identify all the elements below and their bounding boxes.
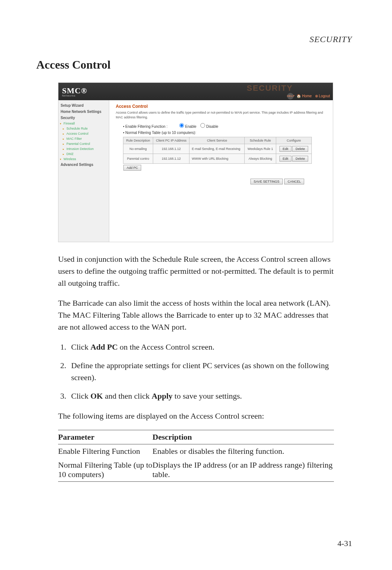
- param-desc: Enables or disables the filtering functi…: [152, 444, 334, 459]
- page-number: 4-31: [338, 539, 352, 548]
- disable-radio-label: Disable: [206, 125, 218, 129]
- enable-label: Enable Filtering Function :: [125, 125, 167, 129]
- th-schedule: Schedule Rule: [245, 137, 276, 144]
- app-header: SMC® Networks SECURITY HELP 🏠 Home ⊗ Log…: [58, 83, 333, 100]
- th-client-service: Client Service: [189, 137, 245, 144]
- edit-button[interactable]: Edit: [279, 146, 292, 152]
- enable-row: • Enable Filtering Function : Enable Dis…: [123, 123, 326, 129]
- cell-service: WWW with URL Blocking: [189, 154, 245, 164]
- sidebar-item-schedule-rule[interactable]: Schedule Rule: [58, 126, 109, 131]
- cell-schedule: Always Blocking: [245, 154, 276, 164]
- embedded-screenshot: SMC® Networks SECURITY HELP 🏠 Home ⊗ Log…: [58, 82, 333, 242]
- param-desc: Displays the IP address (or an IP addres…: [152, 458, 334, 482]
- sidebar-item-firewall[interactable]: Firewall: [58, 121, 109, 126]
- param-name: Normal Filtering Table (up to 10 compute…: [58, 458, 152, 482]
- step-3: Click OK and then click Apply to save yo…: [68, 390, 334, 402]
- content-panel: Access Control Access Control allows use…: [109, 100, 333, 242]
- cell-schedule: Weekdays Rule 1: [245, 144, 276, 154]
- sidebar-item-setup-wizard[interactable]: Setup Wizard: [58, 102, 109, 109]
- param-name: Enable Filtering Function: [58, 444, 152, 459]
- page-title: Access Control: [36, 58, 356, 72]
- step-2: Define the appropriate settings for clie…: [68, 359, 334, 383]
- sidebar-item-advanced[interactable]: Advanced Settings: [58, 162, 109, 168]
- panel-description: Access Control allows users to define th…: [116, 110, 326, 119]
- sidebar-item-intrusion[interactable]: Intrusion Detection: [58, 146, 109, 151]
- section-header: SECURITY: [310, 34, 352, 44]
- add-pc-button[interactable]: Add PC: [123, 165, 141, 171]
- th-rule: Rule Description: [123, 137, 153, 144]
- cancel-button[interactable]: CANCEL: [284, 179, 304, 184]
- enable-radio-label: Enable: [185, 125, 196, 129]
- paragraph-3: The following items are displayed on the…: [58, 410, 334, 422]
- sidebar-item-access-control[interactable]: Access Control: [58, 131, 109, 136]
- help-icon[interactable]: HELP: [287, 93, 294, 99]
- sidebar-item-dmz[interactable]: DMZ: [58, 151, 109, 156]
- logout-link[interactable]: ⊗ Logout: [315, 94, 330, 98]
- normal-filtering-label: • Normal Filtering Table (up to 10 compu…: [123, 131, 326, 135]
- sidebar-item-home-network[interactable]: Home Network Settings: [58, 109, 109, 115]
- cell-ip: 192.168.1.12: [153, 154, 189, 164]
- parameter-table: Parameter Description Enable Filtering F…: [58, 430, 334, 482]
- sidebar-item-wireless[interactable]: Wireless: [58, 156, 109, 162]
- delete-button[interactable]: Delete: [292, 156, 308, 162]
- cell-configure: EditDelete: [276, 144, 311, 154]
- header-ghost-text: SECURITY: [247, 84, 293, 93]
- cell-rule: No emailing: [123, 144, 153, 154]
- sidebar: Setup Wizard Home Network Settings Secur…: [58, 100, 109, 242]
- cell-rule: Parental contro: [123, 154, 153, 164]
- enable-radio[interactable]: [179, 123, 184, 128]
- home-link[interactable]: 🏠 Home: [297, 94, 311, 98]
- param-header-description: Description: [152, 430, 334, 444]
- table-row: Parental contro 192.168.1.12 WWW with UR…: [123, 154, 312, 164]
- sidebar-item-mac-filter[interactable]: MAC Filter: [58, 136, 109, 141]
- th-configure: Configure: [276, 137, 311, 144]
- header-links: HELP 🏠 Home ⊗ Logout: [285, 93, 330, 99]
- table-row: No emailing 192.168.1.12 E-mail Sending,…: [123, 144, 312, 154]
- cell-ip: 192.168.1.12: [153, 144, 189, 154]
- paragraph-1: Used in conjunction with the Schedule Ru…: [58, 253, 334, 289]
- panel-heading: Access Control: [116, 104, 326, 109]
- cell-configure: EditDelete: [276, 154, 311, 164]
- sidebar-item-security[interactable]: Security: [58, 115, 109, 121]
- delete-button[interactable]: Delete: [292, 146, 308, 152]
- th-client-ip: Client PC IP Address: [153, 137, 189, 144]
- save-settings-button[interactable]: SAVE SETTINGS: [250, 179, 283, 184]
- cell-service: E-mail Sending, E-mail Receiving: [189, 144, 245, 154]
- edit-button[interactable]: Edit: [279, 156, 292, 162]
- sidebar-item-parental-control[interactable]: Parental Control: [58, 141, 109, 146]
- param-header-parameter: Parameter: [58, 430, 152, 444]
- body-copy: Used in conjunction with the Schedule Ru…: [58, 253, 334, 422]
- step-1: Click Add PC on the Access Control scree…: [68, 341, 334, 353]
- logo: SMC®: [62, 86, 87, 95]
- filtering-table: Rule Description Client PC IP Address Cl…: [123, 137, 312, 164]
- disable-radio[interactable]: [200, 123, 205, 128]
- paragraph-2: The Barricade can also limit the access …: [58, 297, 334, 333]
